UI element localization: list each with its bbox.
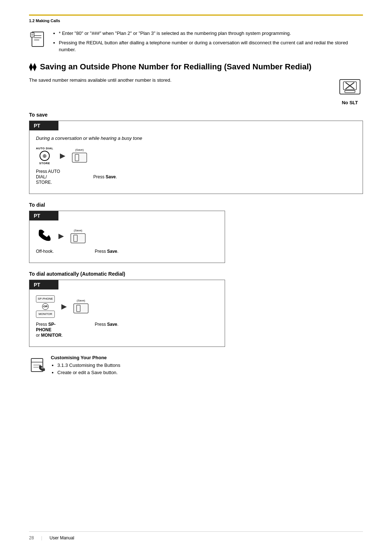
arrow-to-dial-auto: ▶ bbox=[61, 303, 66, 311]
note-bullets: * Enter "80" or "###" when "Plan 2" or "… bbox=[52, 30, 363, 56]
sp-phone-text: SP-PHONE bbox=[38, 297, 53, 300]
save-label-to-dial: (Save) bbox=[74, 229, 82, 232]
customising-title: Customising Your Phone bbox=[51, 355, 363, 360]
customising-svg bbox=[29, 355, 48, 374]
sp-phone-label: SP-PHONE bbox=[36, 295, 55, 303]
to-save-step2-label: Press Save. bbox=[93, 174, 117, 179]
arrow-to-save: ▶ bbox=[60, 152, 65, 160]
customising-box: Customising Your Phone 3.1.3 Customising… bbox=[29, 355, 363, 377]
main-title: ⧫⧫ Saving an Outside Phone Number for Re… bbox=[29, 62, 363, 72]
to-dial-auto-step1-label: Press SP-PHONEor MONITOR. bbox=[36, 321, 69, 338]
svg-rect-12 bbox=[72, 153, 87, 162]
to-dial-auto-step2-label: Press Save. bbox=[95, 321, 118, 327]
auto-dial-bottom-label: STORE bbox=[39, 162, 50, 165]
monitor-label: MONITOR bbox=[36, 311, 55, 318]
to-dial-content: ▶ (Save) Off-hook. Press Save. bbox=[29, 220, 225, 263]
off-hook-svg bbox=[36, 228, 52, 244]
note-bullet-1: * Enter "80" or "###" when "Plan 2" or "… bbox=[59, 30, 363, 37]
to-dial-step2-text: Press Save. bbox=[95, 249, 118, 254]
svg-rect-14 bbox=[71, 234, 85, 243]
to-dial-step2-label: Press Save. bbox=[95, 248, 118, 254]
to-dial-step1-label: Off-hook. bbox=[36, 248, 62, 254]
save-label-to-dial-auto: (Save) bbox=[77, 299, 85, 302]
to-save-step2-text: Press Save. bbox=[93, 174, 117, 179]
save-button-icon-to-save: (Save) bbox=[72, 148, 87, 163]
page: 1.2 Making Calls * Enter "80" or "###" w… bbox=[0, 0, 392, 555]
footer-sep: | bbox=[41, 535, 42, 540]
or-text: OR bbox=[43, 305, 48, 308]
auto-dial-circle: ⊕ bbox=[40, 151, 50, 161]
to-dial-labels-row: Off-hook. Press Save. bbox=[36, 248, 218, 254]
phone-icon bbox=[36, 228, 52, 245]
top-bar: 1.2 Making Calls bbox=[29, 15, 363, 23]
monitor-text: MONITOR bbox=[38, 312, 52, 316]
customising-content: Customising Your Phone 3.1.3 Customising… bbox=[51, 355, 363, 377]
arrow-to-dial: ▶ bbox=[58, 232, 64, 240]
no-slt-icon bbox=[337, 77, 363, 98]
customising-bullet-1: 3.1.3 Customising the Buttons bbox=[57, 362, 363, 369]
svg-rect-4 bbox=[30, 33, 34, 37]
diamond-icons: ⧫⧫ bbox=[29, 62, 36, 71]
to-dial-auto-pt-header: PT bbox=[29, 280, 58, 289]
note-icon bbox=[29, 31, 46, 49]
to-dial-auto-step1-line1: Press SP-PHONEor MONITOR. bbox=[36, 322, 63, 338]
auto-dial-icon: AUTO DIAL ⊕ STORE bbox=[36, 147, 53, 165]
to-dial-auto-title: To dial automatically (Automatic Redial) bbox=[29, 271, 363, 277]
note-bullet-2: Pressing the REDIAL button after diallin… bbox=[59, 39, 363, 53]
intro-text: The saved number remains available until… bbox=[29, 77, 337, 84]
to-dial-step-row: ▶ (Save) bbox=[36, 228, 218, 245]
intro-row: The saved number remains available until… bbox=[29, 77, 363, 105]
to-dial-step1-text: Off-hook. bbox=[36, 249, 54, 254]
save-button-icon-to-dial-auto: (Save) bbox=[73, 299, 89, 314]
auto-dial-top-label: AUTO DIAL bbox=[36, 147, 53, 150]
to-save-pt-header: PT bbox=[29, 121, 58, 130]
document-icon bbox=[29, 31, 46, 48]
sp-mon-group: SP-PHONE OR MONITOR bbox=[36, 295, 55, 318]
footer-page: 28 bbox=[29, 535, 34, 540]
to-save-labels-row: Press AUTO DIAL/ STORE. Press Save. bbox=[36, 169, 356, 185]
save-icon-svg-2 bbox=[70, 233, 86, 244]
svg-rect-9 bbox=[345, 90, 355, 93]
to-save-step-row: AUTO DIAL ⊕ STORE ▶ (Save) bbox=[36, 147, 356, 165]
customising-icon bbox=[29, 355, 46, 375]
main-title-text: Saving an Outside Phone Number for Redia… bbox=[40, 62, 311, 72]
to-save-content: During a conversation or while hearing a… bbox=[29, 130, 363, 194]
to-save-pt-box: PT During a conversation or while hearin… bbox=[29, 121, 363, 194]
customising-list: 3.1.3 Customising the Buttons Create or … bbox=[51, 362, 363, 377]
to-dial-auto-step-row: SP-PHONE OR MONITOR ▶ (Save) bbox=[36, 295, 218, 318]
save-icon-svg bbox=[72, 152, 87, 163]
to-save-italic: During a conversation or while hearing a… bbox=[36, 135, 356, 141]
or-circle: OR bbox=[42, 303, 49, 310]
to-dial-auto-content: SP-PHONE OR MONITOR ▶ (Save) bbox=[29, 289, 225, 347]
footer: 28 | User Manual bbox=[29, 531, 363, 540]
save-icon-svg-3 bbox=[73, 303, 89, 314]
to-dial-pt-box: PT ▶ (Save) bbox=[29, 211, 225, 263]
to-dial-pt-header: PT bbox=[29, 211, 58, 220]
to-dial-auto-step2-text: Press Save. bbox=[95, 322, 118, 327]
svg-rect-16 bbox=[74, 304, 88, 313]
no-slt-label: No SLT bbox=[342, 100, 358, 105]
no-slt-box: No SLT bbox=[337, 77, 363, 105]
footer-label: User Manual bbox=[49, 535, 74, 540]
note-block: * Enter "80" or "###" when "Plan 2" or "… bbox=[29, 30, 363, 56]
to-save-step1-text: Press AUTO DIAL/ STORE. bbox=[36, 169, 60, 185]
save-button-icon-to-dial: (Save) bbox=[70, 229, 86, 244]
customising-bullet-2: Create or edit a Save button. bbox=[57, 369, 363, 377]
to-dial-title: To dial bbox=[29, 202, 363, 208]
to-save-title: To save bbox=[29, 112, 363, 118]
section-header: 1.2 Making Calls bbox=[29, 19, 60, 23]
to-dial-auto-pt-box: PT SP-PHONE OR MONITOR ▶ bbox=[29, 280, 225, 347]
to-dial-auto-labels-row: Press SP-PHONEor MONITOR. Press Save. bbox=[36, 321, 218, 338]
save-label-to-save: (Save) bbox=[75, 148, 84, 151]
to-save-step1-label: Press AUTO DIAL/ STORE. bbox=[36, 169, 61, 185]
